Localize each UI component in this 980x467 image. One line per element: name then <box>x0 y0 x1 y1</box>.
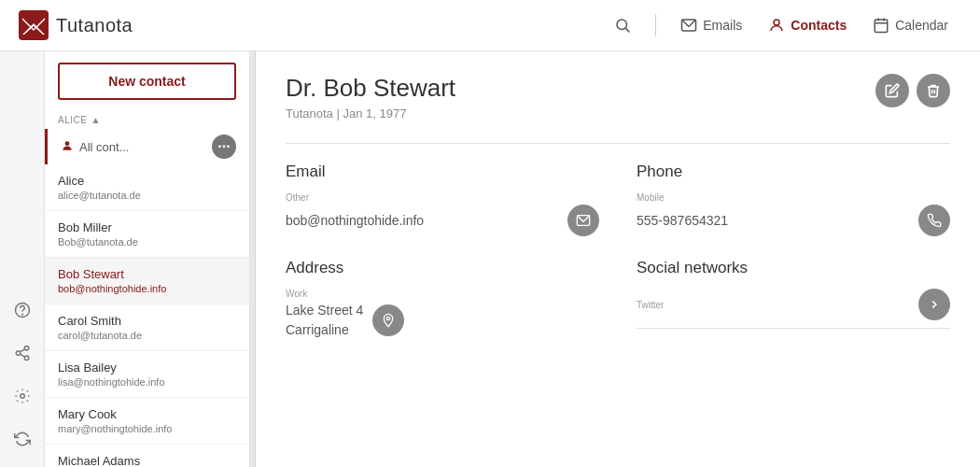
nav-divider <box>655 14 656 36</box>
sync-icon-btn[interactable] <box>6 422 39 456</box>
emails-nav-item[interactable]: Emails <box>667 11 755 39</box>
sidebar-bottom <box>6 293 39 467</box>
all-contacts-row[interactable]: All cont... ··· <box>45 129 249 164</box>
contact-item[interactable]: Lisa Bailey lisa@nothingtohide.info <box>45 351 249 398</box>
twitter-row: Twitter <box>637 289 950 329</box>
calendar-icon <box>873 17 889 34</box>
contact-item[interactable]: Mary Cook mary@nothingtohide.info <box>45 398 249 445</box>
phone-type-label: Mobile <box>637 192 950 203</box>
contact-item[interactable]: Carol Smith carol@tutanota.de <box>45 304 249 351</box>
search-icon <box>614 17 631 34</box>
contact-item-email: mary@nothingtohide.info <box>58 423 236 434</box>
svg-line-4 <box>626 28 630 32</box>
email-type-label: Other <box>286 192 599 203</box>
contact-item-email: lisa@nothingtohide.info <box>58 376 236 388</box>
email-section-title: Email <box>286 163 599 181</box>
sidebar <box>0 51 45 467</box>
email-icon <box>680 17 697 34</box>
svg-point-21 <box>387 317 390 319</box>
all-contacts-label: All cont... <box>79 140 212 154</box>
social-section: Social networks Twitter <box>637 259 950 340</box>
logo-text: Tutanota <box>56 15 133 36</box>
settings-icon-btn[interactable] <box>6 379 39 413</box>
help-icon-btn[interactable] <box>6 293 39 327</box>
search-nav-item[interactable] <box>601 11 644 39</box>
logo: Tutanota <box>19 10 133 40</box>
address-type-label: Work <box>286 289 599 299</box>
contacts-nav-item[interactable]: Contacts <box>755 11 860 39</box>
more-options-button[interactable]: ··· <box>212 134 236 159</box>
email-value: bob@nothingtohide.info <box>286 213 558 228</box>
contact-item-email: carol@tutanota.de <box>58 330 236 341</box>
contact-name: Dr. Bob Stewart <box>286 74 455 103</box>
new-contact-button[interactable]: New contact <box>58 63 236 100</box>
svg-point-12 <box>21 314 22 315</box>
emails-label: Emails <box>703 18 742 33</box>
delete-button[interactable] <box>917 74 950 107</box>
address-field-row: Lake Street 4 Carrigaline <box>286 301 599 340</box>
detail-panel: Dr. Bob Stewart Tutanota | Jan 1, 1977 <box>256 51 980 467</box>
email-phone-section: Email Other bob@nothingtohide.info Phone… <box>286 163 950 236</box>
detail-header: Dr. Bob Stewart Tutanota | Jan 1, 1977 <box>286 74 950 139</box>
contact-item-name: Bob Miller <box>58 220 236 234</box>
detail-divider <box>286 143 950 144</box>
contact-list: Alice alice@tutanota.de Bob Miller Bob@t… <box>45 164 249 467</box>
contact-item-email: alice@tutanota.de <box>58 190 236 201</box>
address-line1: Lake Street 4 <box>286 301 363 320</box>
email-field-row: bob@nothingtohide.info <box>286 205 599 236</box>
contact-item-name: Michael Adams <box>58 454 236 467</box>
nav-items: Emails Contacts Calendar <box>601 11 961 39</box>
tutanota-logo-icon <box>19 10 49 40</box>
share-icon-btn[interactable] <box>6 336 39 370</box>
contact-item-email: bob@nothingtohide.info <box>58 283 236 294</box>
contact-item-email: Bob@tutanota.de <box>58 236 236 248</box>
edit-button[interactable] <box>875 74 909 107</box>
social-expand-button[interactable] <box>918 289 950 320</box>
contact-item[interactable]: Bob Stewart bob@nothingtohide.info <box>45 258 249 304</box>
call-phone-button[interactable] <box>918 205 950 236</box>
phone-value: 555-987654321 <box>637 213 909 228</box>
svg-point-15 <box>24 356 29 361</box>
phone-field-row: 555-987654321 <box>637 205 950 236</box>
contact-item[interactable]: Michael Adams michael@nothingtohide.info <box>45 445 249 467</box>
address-social-section: Address Work Lake Street 4 Carrigaline <box>286 259 950 340</box>
contact-item[interactable]: Bob Miller Bob@tutanota.de <box>45 211 249 258</box>
address-value: Lake Street 4 Carrigaline <box>286 301 363 340</box>
contact-item[interactable]: Alice alice@tutanota.de <box>45 164 249 211</box>
main-layout: New contact ALICE ▲ All cont... ··· Alic… <box>0 51 980 467</box>
address-section-title: Address <box>286 259 599 277</box>
contact-item-name: Carol Smith <box>58 314 236 328</box>
contact-item-name: Lisa Bailey <box>58 361 236 375</box>
svg-point-6 <box>774 20 779 25</box>
group-chevron: ▲ <box>91 115 100 125</box>
phone-section: Phone Mobile 555-987654321 <box>637 163 950 236</box>
group-name: ALICE <box>58 115 87 125</box>
email-section: Email Other bob@nothingtohide.info <box>286 163 599 236</box>
svg-point-18 <box>20 394 24 399</box>
svg-line-17 <box>20 349 24 352</box>
detail-action-buttons <box>875 74 950 107</box>
calendar-nav-item[interactable]: Calendar <box>860 11 961 39</box>
address-line2: Carrigaline <box>286 320 363 340</box>
social-section-title: Social networks <box>637 259 950 277</box>
twitter-label: Twitter <box>637 300 918 310</box>
person-icon <box>61 139 74 155</box>
address-section: Address Work Lake Street 4 Carrigaline <box>286 259 599 340</box>
contact-item-name: Mary Cook <box>58 407 236 421</box>
contacts-label: Contacts <box>791 18 847 33</box>
map-button[interactable] <box>372 304 404 336</box>
group-label: ALICE ▲ <box>45 111 249 129</box>
svg-point-14 <box>16 351 21 356</box>
contact-item-name: Alice <box>58 174 236 188</box>
svg-point-13 <box>24 347 29 351</box>
contact-meta: Tutanota | Jan 1, 1977 <box>286 106 455 120</box>
topnav: Tutanota Emails Contacts Calendar <box>0 0 980 51</box>
send-email-button[interactable] <box>567 205 599 236</box>
contact-info: Dr. Bob Stewart Tutanota | Jan 1, 1977 <box>286 74 455 139</box>
contact-item-name: Bob Stewart <box>58 267 236 281</box>
svg-rect-7 <box>875 20 888 33</box>
contact-panel: New contact ALICE ▲ All cont... ··· Alic… <box>45 51 250 467</box>
svg-line-16 <box>20 354 24 357</box>
calendar-label: Calendar <box>895 18 948 33</box>
phone-section-title: Phone <box>637 163 950 181</box>
